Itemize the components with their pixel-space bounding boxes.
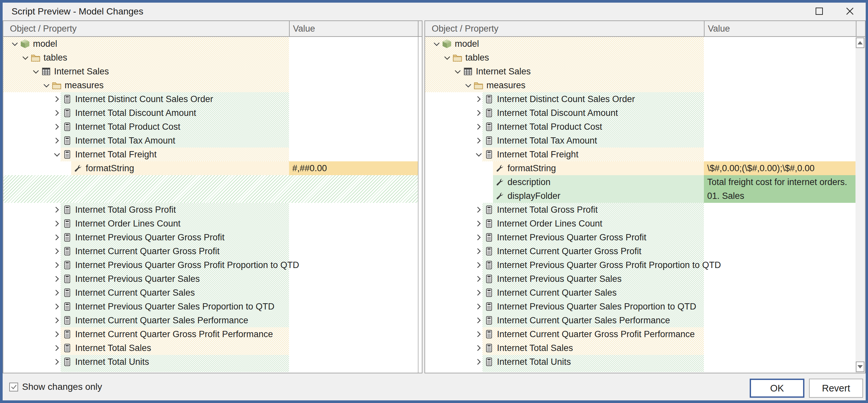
tree-row[interactable]: Internet Total Tax Amount	[425, 134, 856, 147]
tree-row[interactable]: tables	[425, 51, 856, 65]
tree-row[interactable]: Internet Total Sales	[425, 341, 856, 355]
chevron-expanded-icon[interactable]	[21, 53, 30, 62]
revert-button[interactable]: Revert	[809, 379, 863, 398]
tree-row[interactable]: Internet Total Tax Amount	[3, 134, 418, 147]
tree-row[interactable]: model	[3, 37, 418, 51]
tree-row[interactable]: Internet Previous Quarter Gross Profit P…	[3, 258, 418, 272]
chevron-collapsed-icon[interactable]	[474, 108, 484, 117]
tree-row[interactable]: model	[425, 37, 856, 51]
column-divider[interactable]	[704, 21, 705, 36]
chevron-collapsed-icon[interactable]	[52, 274, 62, 283]
value-column-header[interactable]: Value	[293, 21, 315, 36]
column-divider[interactable]	[856, 21, 857, 36]
tree-row[interactable]: Internet Current Quarter Sales	[425, 286, 856, 300]
chevron-collapsed-icon[interactable]	[474, 136, 484, 145]
chevron-collapsed-icon[interactable]	[474, 246, 484, 256]
tree-row[interactable]: Internet Distinct Count Sales Order	[425, 92, 856, 106]
tree-row[interactable]: tables	[3, 51, 418, 65]
chevron-expanded-icon[interactable]	[10, 39, 20, 48]
tree-row[interactable]: Internet Current Quarter Sales Performan…	[425, 313, 856, 327]
tree-row[interactable]: Internet Total Discount Amount	[3, 106, 418, 120]
chevron-expanded-icon[interactable]	[432, 39, 441, 48]
chevron-collapsed-icon[interactable]	[52, 302, 62, 311]
scroll-down-button[interactable]	[856, 362, 864, 372]
chevron-collapsed-icon[interactable]	[474, 330, 484, 339]
tree-row[interactable]: Internet Previous Quarter Sales Proporti…	[425, 300, 856, 313]
object-property-column-header[interactable]: Object / Property	[432, 21, 499, 36]
chevron-collapsed-icon[interactable]	[52, 122, 62, 131]
tree-row[interactable]: formatString\$#,0.00;(\$#,0.00);\$#,0.00	[425, 161, 856, 175]
chevron-collapsed-icon[interactable]	[52, 316, 62, 325]
tree-row[interactable]: Internet Sales	[425, 65, 856, 78]
tree-row[interactable]: Internet Total Freight	[3, 147, 418, 161]
chevron-collapsed-icon[interactable]	[474, 357, 484, 366]
column-divider[interactable]	[418, 21, 418, 36]
tree-row[interactable]: Internet Previous Quarter Sales	[3, 272, 418, 286]
tree-row[interactable]: Internet Total Gross Profit	[425, 203, 856, 216]
tree-row[interactable]: Internet Sales	[3, 65, 418, 78]
tree-row[interactable]: Internet Previous Quarter Gross Profit	[3, 231, 418, 244]
tree-row[interactable]: Internet Current Quarter Gross Profit	[3, 244, 418, 258]
chevron-collapsed-icon[interactable]	[474, 122, 484, 131]
tree-row[interactable]: Internet Previous Quarter Gross Profit	[425, 231, 856, 244]
tree-row[interactable]: descriptionTotal freight cost for intern…	[425, 175, 856, 189]
maximize-button[interactable]	[812, 3, 827, 19]
tree-row[interactable]: Internet Current Quarter Gross Profit	[425, 244, 856, 258]
close-button[interactable]	[842, 3, 858, 19]
tree-row[interactable]: Internet Distinct Count Sales Order	[3, 92, 418, 106]
show-changes-only-checkbox[interactable]	[9, 382, 18, 392]
tree-row[interactable]: formatString#,##0.00	[3, 161, 418, 175]
value-column-header[interactable]: Value	[708, 21, 730, 36]
tree-row[interactable]: measures	[425, 78, 856, 92]
chevron-collapsed-icon[interactable]	[474, 233, 484, 242]
chevron-collapsed-icon[interactable]	[52, 246, 62, 256]
chevron-collapsed-icon[interactable]	[52, 261, 62, 270]
vertical-scrollbar[interactable]	[856, 37, 865, 373]
chevron-collapsed-icon[interactable]	[52, 108, 62, 117]
chevron-collapsed-icon[interactable]	[52, 219, 62, 228]
tree-row[interactable]: displayFolder01. Sales	[425, 189, 856, 203]
tree-row[interactable]: Internet Total Units	[425, 355, 856, 369]
tree-row[interactable]: Internet Current Quarter Gross Profit Pe…	[3, 327, 418, 341]
chevron-collapsed-icon[interactable]	[52, 136, 62, 145]
chevron-collapsed-icon[interactable]	[52, 357, 62, 366]
tree-row[interactable]: Internet Total Gross Profit	[3, 203, 418, 216]
chevron-expanded-icon[interactable]	[474, 150, 484, 159]
tree-row[interactable]: measures	[3, 78, 418, 92]
tree-row[interactable]: Internet Current Quarter Gross Profit Pe…	[425, 327, 856, 341]
chevron-collapsed-icon[interactable]	[474, 205, 484, 214]
chevron-collapsed-icon[interactable]	[474, 219, 484, 228]
tree-row[interactable]: Internet Current Quarter Sales Performan…	[3, 313, 418, 327]
tree-row[interactable]: Internet Total Sales	[3, 341, 418, 355]
chevron-collapsed-icon[interactable]	[474, 95, 484, 104]
tree-row[interactable]: Internet Total Freight	[425, 147, 856, 161]
chevron-expanded-icon[interactable]	[41, 81, 52, 90]
chevron-collapsed-icon[interactable]	[474, 274, 484, 283]
chevron-collapsed-icon[interactable]	[474, 343, 484, 352]
chevron-collapsed-icon[interactable]	[474, 261, 484, 270]
object-property-column-header[interactable]: Object / Property	[10, 21, 77, 36]
chevron-collapsed-icon[interactable]	[52, 330, 62, 339]
column-divider[interactable]	[289, 21, 290, 36]
tree-row[interactable]: Internet Previous Quarter Sales	[425, 272, 856, 286]
chevron-collapsed-icon[interactable]	[474, 302, 484, 311]
tree-row[interactable]: Internet Previous Quarter Gross Profit P…	[425, 258, 856, 272]
chevron-collapsed-icon[interactable]	[52, 205, 62, 214]
chevron-collapsed-icon[interactable]	[52, 233, 62, 242]
scroll-up-button[interactable]	[856, 37, 864, 48]
tree-row[interactable]: Internet Total Product Cost	[3, 120, 418, 134]
chevron-expanded-icon[interactable]	[453, 67, 463, 76]
chevron-expanded-icon[interactable]	[442, 53, 452, 62]
chevron-collapsed-icon[interactable]	[52, 288, 62, 297]
tree-row[interactable]: Internet Previous Quarter Sales Proporti…	[3, 300, 418, 313]
tree-row[interactable]: Internet Order Lines Count	[425, 216, 856, 231]
chevron-collapsed-icon[interactable]	[52, 95, 62, 104]
tree-row[interactable]: Internet Current Quarter Sales	[3, 286, 418, 300]
chevron-collapsed-icon[interactable]	[474, 316, 484, 325]
chevron-expanded-icon[interactable]	[463, 81, 473, 90]
chevron-collapsed-icon[interactable]	[474, 288, 484, 297]
tree-row[interactable]: Internet Total Units	[3, 355, 418, 369]
ok-button[interactable]: OK	[750, 379, 804, 398]
tree-row[interactable]: Internet Order Lines Count	[3, 216, 418, 231]
chevron-collapsed-icon[interactable]	[52, 343, 62, 352]
